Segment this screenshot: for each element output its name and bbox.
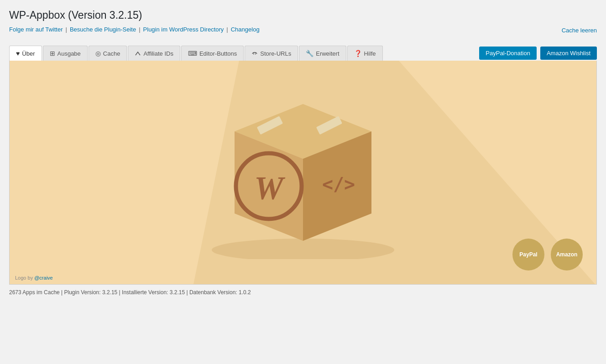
cache-leeren-button[interactable]: Cache leeren xyxy=(562,27,597,34)
footer-bar: 2673 Apps im Cache | Plugin Version: 3.2… xyxy=(9,285,597,305)
changelog-link[interactable]: Changelog xyxy=(231,26,260,33)
cache-icon: ◎ xyxy=(95,50,101,57)
tab-cache[interactable]: ◎ Cache xyxy=(89,46,127,61)
tab-store-urls[interactable]: Store-URLs xyxy=(245,46,298,61)
svg-text:W: W xyxy=(254,170,286,206)
wordpress-directory-link[interactable]: Plugin im WordPress Directory xyxy=(143,26,224,33)
nav-tabs: ♥ Über ⊞ Ausgabe ◎ Cache Affiliate IDs xyxy=(9,46,384,61)
twitter-link[interactable]: Folge mir auf Twitter xyxy=(9,26,63,33)
amazon-circle-button[interactable]: Amazon xyxy=(551,239,583,270)
tab-ausgabe[interactable]: ⊞ Ausgabe xyxy=(43,46,88,61)
hilfe-icon: ❓ xyxy=(354,50,362,57)
footer-text: 2673 Apps im Cache | Plugin Version: 3.2… xyxy=(9,289,251,296)
plugin-seite-link[interactable]: Besuche die Plugin-Seite xyxy=(70,26,136,33)
tab-erweitert-label: Erweitert xyxy=(316,50,339,57)
links-bar: Folge mir auf Twitter | Besuche die Plug… xyxy=(9,26,260,33)
tab-uber-label: Über xyxy=(22,50,35,57)
heart-icon: ♥ xyxy=(16,50,20,57)
separator-1: | xyxy=(66,26,67,33)
paypal-donation-button[interactable]: PayPal-Donation xyxy=(479,47,537,60)
tab-hilfe-label: Hilfe xyxy=(364,50,376,57)
logo-credit-text: Logo by xyxy=(15,275,34,281)
paypal-circle-button[interactable]: PayPal xyxy=(512,239,544,270)
store-icon xyxy=(251,50,258,57)
amazon-wishlist-button[interactable]: Amazon Wishlist xyxy=(540,47,597,60)
content-area: W </> PayPal Amazon Logo by @craive xyxy=(9,61,597,285)
editor-icon: ⌨ xyxy=(188,50,197,57)
tab-editor-buttons[interactable]: ⌨ Editor-Buttons xyxy=(181,46,244,61)
circles-container: PayPal Amazon xyxy=(512,239,583,270)
ausgabe-icon: ⊞ xyxy=(50,50,55,57)
svg-text:</>: </> xyxy=(322,174,355,195)
tab-erweitert[interactable]: 🔧 Erweitert xyxy=(299,46,346,61)
tab-affiliate-ids[interactable]: Affiliate IDs xyxy=(128,46,180,61)
tab-ausgabe-label: Ausgabe xyxy=(57,50,81,57)
svg-point-1 xyxy=(212,239,394,259)
separator-3: | xyxy=(226,26,228,33)
tab-cache-label: Cache xyxy=(103,50,120,57)
tab-hilfe[interactable]: ❓ Hilfe xyxy=(347,46,383,61)
tab-store-urls-label: Store-URLs xyxy=(260,50,291,57)
affiliate-icon xyxy=(135,50,141,57)
top-right-buttons: PayPal-Donation Amazon Wishlist xyxy=(479,47,597,60)
hero-image: W </> PayPal Amazon Logo by @craive xyxy=(10,61,596,284)
tab-uber[interactable]: ♥ Über xyxy=(9,46,42,61)
tab-affiliate-ids-label: Affiliate IDs xyxy=(143,50,173,57)
craive-link[interactable]: @craive xyxy=(34,275,53,281)
box-illustration: W </> xyxy=(198,95,408,268)
logo-credit: Logo by @craive xyxy=(15,275,53,281)
tab-editor-buttons-label: Editor-Buttons xyxy=(199,50,237,57)
page-title: WP-Appbox (Version 3.2.15) xyxy=(9,9,597,21)
erweitert-icon: 🔧 xyxy=(306,50,313,57)
separator-2: | xyxy=(139,26,140,33)
